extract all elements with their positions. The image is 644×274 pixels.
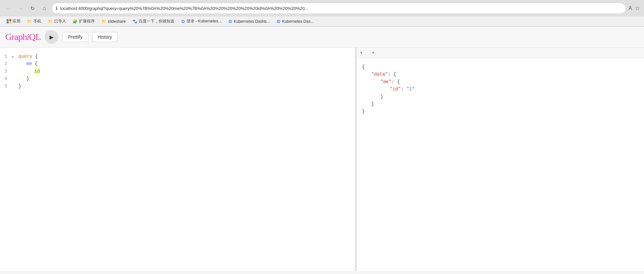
code-line-2: me {: [18, 60, 352, 67]
fold-icon-4: [10, 78, 16, 87]
bookmark-baidu[interactable]: 🐾 百度一下，你就知道: [130, 18, 177, 25]
result-content: { "data": { "me": { "id": "1" } } }: [357, 58, 644, 271]
line-num-3: 3: [3, 68, 7, 75]
history-button[interactable]: History: [92, 32, 118, 42]
address-bar[interactable]: ℹ localhost:4000/graphql?query=query%20%…: [52, 3, 626, 14]
k8s-icon: ⚙: [181, 19, 185, 24]
code-content[interactable]: query { me { id } }: [16, 48, 355, 271]
fold-icon-2: [10, 61, 16, 70]
result-line-6: }: [362, 108, 639, 115]
refresh-button[interactable]: ↻: [28, 4, 37, 13]
folder-icon: 📁: [48, 19, 53, 24]
bookmark-baidu-label: 百度一下，你就知道: [139, 18, 174, 24]
line-numbers: 1 2 3 4 5: [0, 48, 10, 271]
query-editor[interactable]: 1 2 3 4 5 ▼ query {: [0, 48, 355, 271]
folder-icon: 📁: [101, 19, 106, 24]
run-button[interactable]: ▶: [45, 30, 58, 44]
browser-titlebar: ← → ↻ ⌂ ℹ localhost:4000/graphql?query=q…: [0, 0, 644, 17]
translate-icon[interactable]: A: [628, 5, 632, 11]
bookmark-k8s-dash2[interactable]: ⚙ Kubernetes Das...: [274, 18, 316, 25]
line-num-4: 4: [3, 75, 7, 82]
url-text: localhost:4000/graphql?query=query%20%7B…: [60, 6, 622, 11]
json-colon-1: : {: [388, 72, 396, 77]
back-button[interactable]: ←: [4, 4, 13, 13]
result-toolbar: ▼ ▼: [357, 48, 644, 58]
bookmark-apps-label: 应用: [13, 18, 20, 24]
fold-icon-3: [10, 70, 16, 78]
folder-icon: 📁: [27, 19, 32, 24]
json-key-id: "id": [390, 86, 401, 92]
json-brace-close-data: }: [371, 101, 374, 107]
field-id: id: [34, 68, 40, 75]
brace-open-1: {: [32, 53, 38, 60]
bookmark-k8s-dash1[interactable]: ⚙ Kubernetes Dashb...: [226, 18, 272, 25]
forward-button[interactable]: →: [16, 4, 25, 13]
bookmark-icon[interactable]: ☆: [635, 5, 640, 12]
result-line-4: }: [380, 93, 639, 100]
bookmark-k8s-login-label: 登录 - Kubernetes...: [187, 18, 222, 24]
fold-icon-1[interactable]: ▼: [10, 53, 16, 61]
json-brace-close-me: }: [380, 94, 383, 99]
bookmark-k8s-login[interactable]: ⚙ 登录 - Kubernetes...: [178, 18, 224, 25]
editor-area: 1 2 3 4 5 ▼ query {: [0, 48, 644, 271]
json-value-id: "1": [406, 86, 414, 92]
json-colon-3: :: [401, 86, 407, 92]
secure-icon: ℹ: [56, 6, 57, 11]
bookmark-apps[interactable]: 应用: [4, 18, 23, 25]
fold-icon-5: [10, 86, 16, 95]
brace-close-2: }: [26, 75, 29, 82]
brace-close-1: }: [18, 83, 21, 90]
code-line-1: query {: [18, 53, 352, 60]
fold-gutters: ▼: [10, 48, 16, 271]
line-num-1: 1: [3, 53, 7, 60]
bookmark-k8s-dash1-label: Kubernetes Dashb...: [234, 19, 270, 24]
result-line-2: "me": {: [380, 78, 639, 86]
json-key-me: "me": [380, 79, 392, 85]
code-line-5: }: [18, 83, 352, 90]
result-line-3: "id": "1": [390, 86, 639, 93]
graphiql-logo: GraphiQL: [5, 32, 41, 42]
line-num-5: 5: [3, 83, 7, 90]
puzzle-icon: 🧩: [73, 19, 78, 24]
graphiql-app: GraphiQL ▶ Prettify History 1 2 3 4 5 ▼: [0, 27, 644, 271]
home-button[interactable]: ⌂: [40, 4, 49, 13]
json-key-data: "data": [371, 72, 388, 77]
k8s-icon: ⚙: [276, 19, 281, 24]
bookmarks-bar: 应用 📁 手机 📁 已导入 🧩 扩展程序 📁 slideshare 🐾 百度一下…: [0, 17, 644, 26]
bookmark-k8s-dash2-label: Kubernetes Das...: [282, 19, 314, 24]
browser-chrome: ← → ↻ ⌂ ℹ localhost:4000/graphql?query=q…: [0, 0, 644, 27]
bookmark-extensions-label: 扩展程序: [79, 18, 95, 24]
line-num-2: 2: [3, 60, 7, 67]
k8s-icon: ⚙: [228, 19, 233, 24]
result-line-5: }: [371, 100, 639, 108]
brace-open-2: {: [32, 60, 38, 67]
bookmark-imported[interactable]: 📁 已导入: [45, 18, 69, 25]
prettify-button[interactable]: Prettify: [62, 32, 88, 42]
result-panel: ▼ ▼ { "data": { "me": { "id": "1" }: [357, 48, 644, 271]
bookmark-slideshare-label: slideshare: [108, 19, 126, 24]
json-colon-2: : {: [392, 79, 400, 85]
bookmark-phone[interactable]: 📁 手机: [24, 18, 44, 25]
keyword-query: query: [18, 53, 32, 60]
graphiql-toolbar: GraphiQL ▶ Prettify History: [0, 27, 644, 48]
result-fold-icon-1[interactable]: ▼: [359, 51, 366, 55]
bookmark-extensions[interactable]: 🧩 扩展程序: [70, 18, 97, 25]
result-line-1: "data": {: [371, 71, 639, 78]
result-fold-icon-2[interactable]: ▼: [371, 51, 378, 55]
baidu-icon: 🐾: [132, 19, 137, 24]
bookmark-phone-label: 手机: [33, 18, 41, 24]
code-line-4: }: [18, 75, 352, 82]
browser-actions: A ☆: [628, 5, 640, 12]
json-brace-close-root: }: [362, 109, 365, 114]
code-line-3: id: [18, 68, 352, 75]
bookmark-slideshare[interactable]: 📁 slideshare: [99, 18, 128, 24]
result-line-0: {: [362, 63, 639, 71]
bookmark-imported-label: 已导入: [54, 18, 66, 24]
field-me: me: [26, 60, 32, 67]
